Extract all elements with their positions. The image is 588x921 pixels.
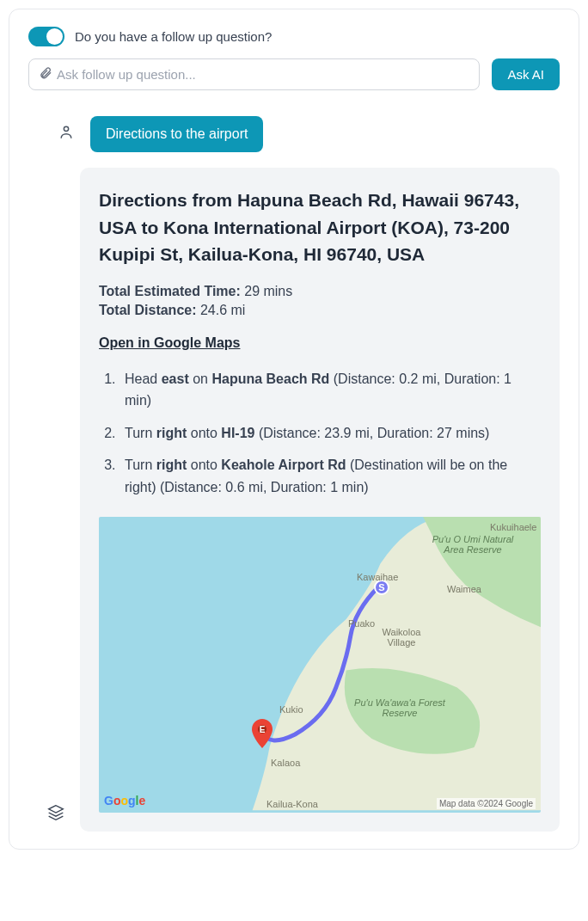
total-distance: Total Distance: 24.6 mi: [99, 303, 541, 318]
svg-marker-3: [49, 806, 64, 813]
google-logo: Google: [104, 794, 145, 807]
map-label-waikoloa: Waikoloa Village: [376, 627, 427, 648]
input-row: Ask AI: [28, 58, 560, 90]
map-attribution: Map data ©2024 Google: [437, 798, 536, 809]
distance-label: Total Distance:: [99, 303, 197, 317]
step-1: Head east on Hapuna Beach Rd (Distance: …: [119, 368, 541, 412]
route-map[interactable]: S E Kukuihaele Pu'u O Umi Natural Area R…: [99, 517, 541, 813]
map-label-kalaoa: Kalaoa: [271, 758, 300, 768]
svg-point-0: [64, 126, 68, 131]
step-3: Turn right onto Keahole Airport Rd (Dest…: [119, 454, 541, 498]
time-value: 29 mins: [244, 284, 292, 298]
map-label-kukio: Kukio: [279, 704, 303, 715]
attachment-icon[interactable]: [39, 66, 52, 83]
svg-text:E: E: [260, 725, 266, 734]
map-label-waimea: Waimea: [447, 584, 481, 594]
followup-input[interactable]: [28, 58, 480, 90]
map-label-kukuihaele: Kukuihaele: [490, 522, 536, 532]
map-route: [99, 517, 541, 810]
map-label-puuwaawaa: Pu'u Wa'awa'a Forest Reserve: [352, 697, 447, 718]
directions-title: Directions from Hapuna Beach Rd, Hawaii …: [99, 187, 541, 268]
followup-toggle[interactable]: [28, 27, 64, 46]
time-label: Total Estimated Time:: [99, 284, 241, 298]
user-query-row: Directions to the airport: [28, 116, 560, 152]
user-icon: [58, 124, 75, 144]
main-card: Do you have a follow up question? Ask AI…: [9, 9, 579, 850]
user-query-chip: Directions to the airport: [90, 116, 263, 152]
open-google-maps-link[interactable]: Open in Google Maps: [99, 335, 240, 351]
map-label-puuoumi: Pu'u O Umi Natural Area Reserve: [430, 534, 516, 555]
followup-label: Do you have a follow up question?: [75, 29, 272, 44]
map-label-kailua: Kailua-Kona: [266, 799, 318, 809]
map-label-puako: Puako: [348, 618, 375, 629]
step-2: Turn right onto HI-19 (Distance: 23.9 mi…: [119, 422, 541, 445]
layers-icon[interactable]: [47, 804, 64, 825]
input-wrapper: [28, 58, 480, 90]
ask-ai-button[interactable]: Ask AI: [492, 58, 560, 90]
map-label-kawaihae: Kawaihae: [357, 572, 398, 582]
estimated-time: Total Estimated Time: 29 mins: [99, 284, 541, 299]
end-marker: E: [252, 719, 273, 752]
ai-response-card: Directions from Hapuna Beach Rd, Hawaii …: [80, 168, 560, 832]
distance-value: 24.6 mi: [200, 303, 245, 317]
directions-steps: Head east on Hapuna Beach Rd (Distance: …: [99, 368, 541, 499]
followup-header: Do you have a follow up question?: [28, 27, 560, 46]
toggle-knob: [46, 28, 63, 45]
